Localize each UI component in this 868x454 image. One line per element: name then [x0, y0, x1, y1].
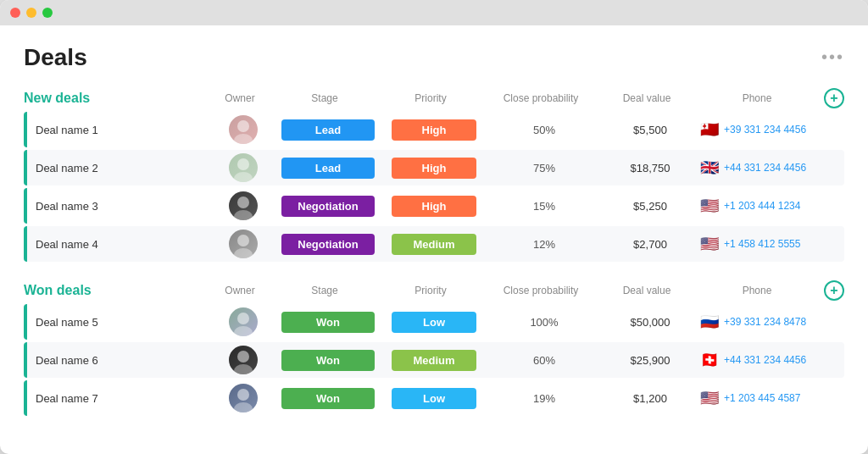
svg-point-3 [234, 172, 253, 182]
deal-value: $25,900 [604, 354, 697, 367]
add-deal-button[interactable]: + [824, 88, 844, 108]
flag-icon: 🇺🇸 [700, 198, 719, 213]
stage-badge: Won [281, 312, 375, 333]
deal-value: $5,250 [604, 200, 697, 213]
flag-icon: 🇷🇺 [700, 314, 719, 329]
section-header-row: New dealsOwnerStagePriorityClose probabi… [24, 88, 844, 108]
phone-cell: 🇺🇸+1 203 444 1234 [697, 198, 821, 213]
phone-number[interactable]: +44 331 234 4456 [724, 354, 806, 366]
deal-name: Deal name 3 [27, 200, 214, 213]
phone-cell: 🇬🇧+44 331 234 4456 [697, 160, 821, 175]
col-header-stage: Stage [270, 285, 380, 296]
close-probability: 100% [485, 316, 604, 329]
svg-point-9 [234, 326, 253, 336]
avatar [229, 346, 258, 374]
stage-cell: Won [273, 350, 383, 371]
table-row: Deal name 7 WonLow19%$1,200🇺🇸+1 203 445 … [24, 380, 844, 416]
section-title: Won deals [24, 283, 92, 297]
priority-cell: Medium [383, 350, 485, 371]
priority-badge: High [392, 158, 476, 179]
svg-point-12 [237, 389, 249, 401]
stage-badge: Lead [281, 119, 375, 141]
col-header-close-probability: Close probability [481, 92, 600, 104]
svg-point-11 [234, 364, 253, 374]
add-deal-button[interactable]: + [824, 280, 844, 301]
deal-value: $18,750 [604, 162, 697, 174]
deal-name: Deal name 6 [27, 354, 214, 367]
avatar-cell [214, 307, 273, 336]
avatar-cell [214, 346, 273, 374]
deal-name: Deal name 2 [27, 162, 214, 174]
flag-icon: 🇨🇭 [700, 352, 719, 368]
priority-badge: High [392, 196, 476, 217]
table-row: Deal name 5 WonLow100%$50,000🇷🇺+39 331 2… [24, 304, 844, 340]
avatar-cell [214, 115, 273, 144]
phone-number[interactable]: +44 331 234 4456 [724, 162, 806, 174]
priority-cell: Low [383, 388, 485, 409]
deal-value: $50,000 [604, 316, 697, 329]
svg-point-4 [237, 197, 249, 208]
close-probability: 15% [485, 200, 604, 213]
svg-point-5 [234, 210, 253, 220]
phone-number[interactable]: +1 203 445 4587 [724, 392, 800, 404]
stage-cell: Negotiation [273, 196, 383, 217]
section-won-deals: Won dealsOwnerStagePriorityClose probabi… [24, 280, 844, 416]
deal-value: $1,200 [604, 392, 697, 405]
deal-name: Deal name 4 [27, 238, 214, 251]
priority-cell: High [383, 158, 485, 179]
table-row: Deal name 1 LeadHigh50%$5,500🇹🇴+39 331 2… [24, 112, 844, 147]
phone-number[interactable]: +1 203 444 1234 [724, 200, 800, 212]
close-probability: 19% [485, 392, 604, 405]
more-options-button[interactable]: ••• [821, 47, 844, 67]
stage-cell: Lead [273, 119, 383, 141]
svg-point-10 [237, 351, 249, 363]
close-probability: 12% [485, 238, 604, 251]
priority-cell: High [383, 196, 485, 217]
deal-name: Deal name 5 [27, 316, 214, 329]
priority-cell: High [383, 119, 485, 141]
svg-point-13 [234, 402, 253, 412]
priority-badge: Medium [392, 234, 476, 255]
priority-badge: Low [392, 388, 476, 409]
avatar-cell [214, 191, 273, 220]
table-row: Deal name 3 NegotiationHigh15%$5,250🇺🇸+1… [24, 188, 844, 224]
svg-point-6 [237, 235, 249, 246]
stage-badge: Lead [281, 158, 375, 179]
col-header-deal-value: Deal value [600, 285, 693, 296]
priority-cell: Medium [383, 234, 485, 255]
flag-icon: 🇹🇴 [700, 122, 719, 137]
phone-number[interactable]: +1 458 412 5555 [724, 238, 800, 250]
main-content: Deals ••• New dealsOwnerStagePriorityClo… [0, 25, 868, 454]
svg-point-8 [237, 313, 249, 324]
maximize-dot[interactable] [42, 8, 53, 18]
section-header-row: Won dealsOwnerStagePriorityClose probabi… [24, 280, 844, 301]
titlebar [0, 0, 868, 25]
avatar [229, 384, 258, 412]
avatar-cell [214, 153, 273, 182]
sections-container: New dealsOwnerStagePriorityClose probabi… [24, 88, 844, 416]
avatar [229, 115, 258, 144]
phone-number[interactable]: +39 331 234 4456 [724, 124, 806, 136]
minimize-dot[interactable] [26, 8, 36, 18]
phone-number[interactable]: +39 331 234 8478 [724, 316, 806, 328]
col-header-close-probability: Close probability [481, 285, 600, 296]
avatar [229, 153, 258, 182]
svg-point-1 [234, 134, 253, 144]
close-dot[interactable] [10, 8, 20, 18]
deal-value: $2,700 [604, 238, 697, 251]
avatar [229, 191, 258, 220]
col-header-phone: Phone [693, 92, 821, 104]
priority-cell: Low [383, 312, 485, 333]
deal-name: Deal name 7 [27, 392, 214, 405]
col-header-deal-value: Deal value [600, 92, 693, 104]
close-probability: 75% [485, 162, 604, 174]
priority-badge: Low [392, 312, 476, 333]
stage-cell: Lead [273, 158, 383, 179]
page-title: Deals [24, 44, 87, 71]
section-title: New deals [24, 91, 90, 105]
avatar [229, 307, 258, 336]
stage-cell: Negotiation [273, 234, 383, 255]
table-row: Deal name 4 NegotiationMedium12%$2,700🇺🇸… [24, 226, 844, 262]
stage-cell: Won [273, 312, 383, 333]
stage-badge: Negotiation [281, 234, 375, 255]
